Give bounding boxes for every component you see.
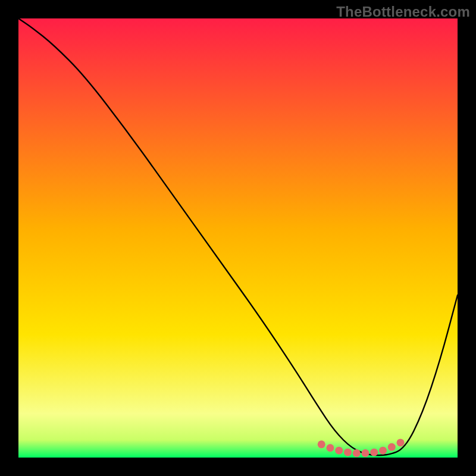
attribution-label: TheBottleneck.com	[336, 4, 470, 20]
bottleneck-chart	[18, 18, 458, 458]
marker-dot	[318, 440, 325, 448]
marker-dot	[344, 449, 352, 456]
plot-area	[18, 18, 458, 458]
chart-container: TheBottleneck.com	[0, 0, 476, 476]
gradient-background	[18, 18, 458, 458]
marker-dot	[326, 444, 334, 452]
marker-dot	[397, 439, 405, 446]
marker-dot	[388, 443, 396, 451]
marker-dot	[362, 449, 369, 457]
marker-dot	[353, 449, 361, 457]
marker-dot	[370, 449, 378, 456]
marker-dot	[335, 447, 343, 455]
marker-dot	[379, 447, 387, 455]
